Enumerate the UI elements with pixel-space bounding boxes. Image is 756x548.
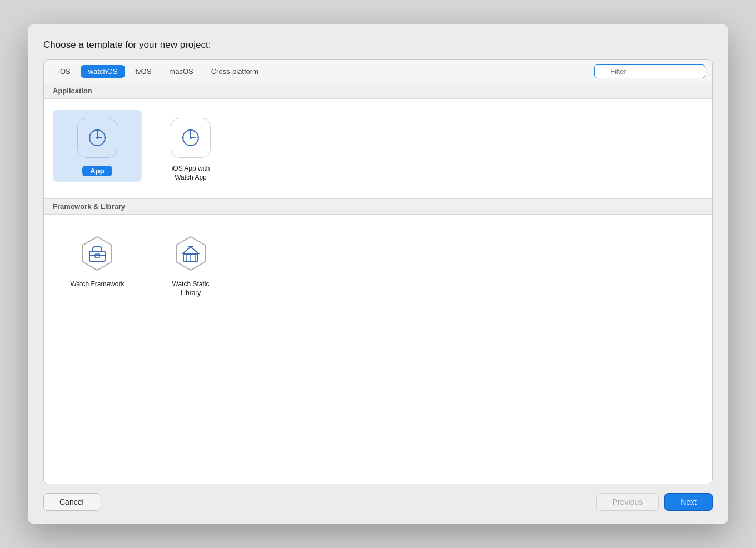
watch-static-library-hex-icon [172,235,210,272]
watch-framework-label: Watch Framework [71,280,125,289]
new-project-dialog: Choose a template for your new project: … [28,24,728,524]
ios-watch-icon-bg [171,118,211,158]
cancel-button[interactable]: Cancel [43,493,100,511]
watch-framework-icon-wrap [75,231,120,276]
tab-ios[interactable]: iOS [51,65,78,78]
application-section-content: App [44,99,712,198]
tab-crossplatform[interactable]: Cross-platform [203,65,266,78]
app-clock-icon [85,126,110,150]
app-icon-bg [77,118,117,158]
tab-watchos[interactable]: watchOS [81,65,126,78]
template-item-ios-watch[interactable]: iOS App withWatch App [146,110,235,187]
watch-static-library-label: Watch StaticLibrary [172,280,210,297]
app-label-badge: App [82,166,112,176]
previous-button[interactable]: Previous [596,493,659,511]
ios-watch-icon-wrap [168,116,213,160]
framework-section-content: Watch Framework [44,215,712,484]
ios-watch-label: iOS App withWatch App [172,165,210,182]
bottom-bar: Cancel Previous Next [43,484,713,511]
svg-point-3 [96,137,98,139]
template-item-app[interactable]: App [53,110,142,182]
tab-bar: iOS watchOS tvOS macOS Cross-platform ⊜ [44,60,712,83]
svg-marker-16 [83,237,112,270]
svg-point-11 [190,137,192,139]
application-section: Application [44,83,712,198]
next-button[interactable]: Next [664,493,713,511]
watch-framework-hex-icon [78,235,116,272]
template-item-watch-static-library[interactable]: Watch StaticLibrary [146,226,235,303]
svg-marker-25 [183,247,198,253]
template-item-watch-framework[interactable]: Watch Framework [53,226,142,295]
app-icon-wrap [75,116,120,160]
navigation-buttons: Previous Next [596,493,713,511]
filter-container: ⊜ [594,64,705,78]
ios-watch-clock-icon [178,126,203,150]
dialog-title: Choose a template for your new project: [43,39,713,51]
tab-tvos[interactable]: tvOS [127,65,159,78]
framework-section: Framework & Library [44,198,712,484]
tab-macos[interactable]: macOS [161,65,201,78]
framework-section-header: Framework & Library [44,199,712,215]
application-section-header: Application [44,83,712,99]
content-area: iOS watchOS tvOS macOS Cross-platform ⊜ … [43,59,713,484]
filter-input[interactable] [594,64,705,78]
watch-static-library-icon-wrap [168,231,213,276]
